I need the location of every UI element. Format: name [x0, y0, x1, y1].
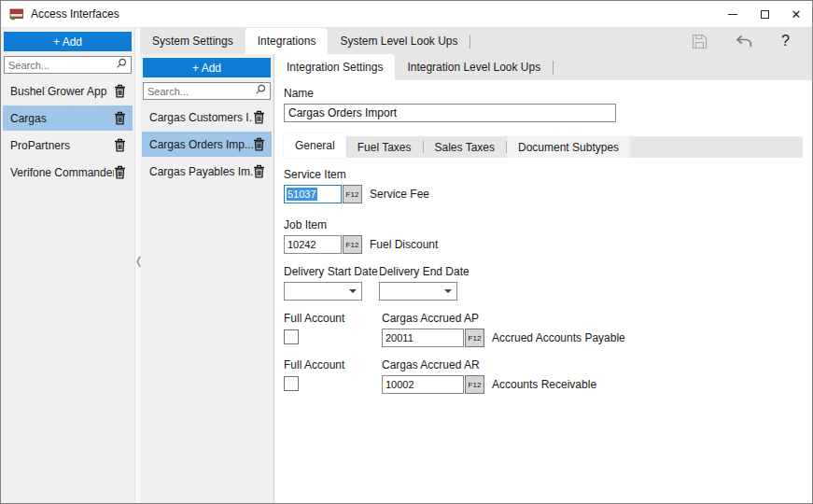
service-item-label: Service Item — [284, 168, 803, 181]
tab-system-settings[interactable]: System Settings — [140, 28, 245, 54]
save-icon[interactable] — [692, 34, 708, 49]
tab-separator — [470, 35, 470, 49]
sidebar-collapse-gutter[interactable]: ❬ — [134, 28, 140, 503]
delivery-dates-row: Delivery Start Date Delivery End Date — [284, 265, 803, 301]
accrued-ap-input[interactable] — [382, 329, 464, 347]
tab-integrations[interactable]: Integrations — [245, 28, 329, 54]
window-title: Access Interfaces — [31, 7, 119, 21]
integrations-panel: + Add Cargas Customers I... — [140, 54, 273, 503]
help-button[interactable]: ? — [781, 33, 790, 49]
job-item-lookup-button[interactable]: F12 — [343, 235, 362, 254]
delivery-start-date-dropdown[interactable] — [284, 282, 362, 301]
list-item-label: Bushel Grower App — [10, 85, 114, 98]
app-body: + Add Bushel Grower App — [1, 27, 812, 503]
list-item-label: Verifone Commander — [10, 166, 114, 179]
delivery-start-date-label: Delivery Start Date — [284, 265, 379, 278]
tab-system-level-look-ups[interactable]: System Level Look Ups — [328, 28, 470, 54]
interfaces-search-input[interactable] — [8, 60, 116, 71]
name-input[interactable] — [284, 104, 616, 122]
accrued-ar-label: Cargas Accrued AR — [382, 358, 803, 371]
tab-integration-settings[interactable]: Integration Settings — [274, 54, 395, 80]
accrued-ar-description: Accounts Receivable — [492, 378, 596, 391]
maximize-icon — [761, 10, 769, 19]
delivery-end-date-dropdown[interactable] — [379, 282, 457, 301]
close-button[interactable]: ✕ — [780, 1, 812, 27]
tab-separator — [553, 61, 554, 75]
list-item-propartners[interactable]: ProPartners — [3, 133, 133, 158]
full-account-label: Full Account — [284, 358, 382, 371]
accrued-ar-group: Full Account Cargas Accrued AR F12 Accou… — [284, 358, 803, 394]
minimize-button[interactable] — [717, 1, 749, 27]
trash-icon[interactable] — [114, 84, 127, 99]
list-item-label: Cargas Orders Imp... — [149, 138, 253, 151]
accrued-ar-lookup-button[interactable]: F12 — [465, 375, 484, 394]
list-item-cargas-orders[interactable]: Cargas Orders Imp... — [142, 132, 272, 157]
search-icon — [116, 58, 127, 72]
accrued-ap-group: Full Account Cargas Accrued AP F12 Accru… — [284, 312, 803, 347]
job-item-description: Fuel Discount — [370, 238, 438, 251]
search-icon — [255, 84, 266, 98]
list-item-label: Cargas Payables Im... — [149, 165, 253, 178]
accrued-ap-lookup-button[interactable]: F12 — [465, 329, 484, 347]
service-item-row: 51037 F12 Service Fee — [284, 185, 803, 203]
name-label: Name — [284, 87, 803, 100]
app-window: Access Interfaces ✕ + Add Bushel Grower … — [0, 0, 813, 504]
integration-settings-content: Name General Fuel Taxes Sales Taxes Docu… — [274, 80, 812, 503]
add-integration-button[interactable]: + Add — [143, 58, 271, 77]
list-item-label: Cargas Customers I... — [149, 111, 253, 124]
toolbar: ? — [692, 28, 812, 54]
detail-tab-strip: Integration Settings Integration Level L… — [274, 54, 812, 80]
job-item-input[interactable] — [284, 235, 342, 254]
chevron-down-icon — [444, 289, 452, 293]
close-icon: ✕ — [792, 7, 802, 21]
tab-general[interactable]: General — [284, 133, 346, 158]
list-item-label: ProPartners — [10, 139, 114, 152]
trash-icon[interactable] — [253, 164, 266, 179]
minimize-icon — [728, 14, 737, 15]
integrations-search-input[interactable] — [147, 86, 255, 97]
tab-sales-taxes[interactable]: Sales Taxes — [424, 136, 506, 158]
full-account-checkbox[interactable] — [284, 376, 299, 391]
service-item-lookup-button[interactable]: F12 — [343, 185, 362, 203]
full-account-checkbox[interactable] — [284, 329, 299, 344]
delivery-end-date-label: Delivery End Date — [379, 265, 482, 278]
accrued-ar-row: F12 Accounts Receivable — [382, 375, 803, 394]
tab-document-subtypes[interactable]: Document Subtypes — [507, 136, 630, 158]
list-item-cargas[interactable]: Cargas — [3, 105, 133, 131]
general-form: Service Item 51037 F12 Service Fee Job I… — [284, 158, 803, 394]
app-icon — [9, 7, 24, 21]
trash-icon[interactable] — [114, 165, 127, 180]
add-interface-button[interactable]: + Add — [4, 32, 132, 51]
integrations-search[interactable] — [143, 82, 271, 100]
chevron-down-icon — [349, 289, 357, 293]
window-controls: ✕ — [717, 1, 812, 27]
trash-icon[interactable] — [253, 110, 266, 125]
service-item-input[interactable]: 51037 — [284, 185, 342, 203]
list-item-cargas-payables[interactable]: Cargas Payables Im... — [142, 159, 272, 184]
collapse-chevron-icon[interactable]: ❬ — [134, 255, 143, 267]
tab-integration-level-look-ups[interactable]: Integration Level Look Ups — [395, 54, 553, 80]
section-tab-strip: General Fuel Taxes Sales Taxes Document … — [284, 136, 803, 158]
accrued-ar-input[interactable] — [382, 375, 464, 394]
maximize-button[interactable] — [749, 1, 780, 27]
lower-region: + Add Cargas Customers I... — [140, 54, 812, 503]
main-tab-strip: System Settings Integrations System Leve… — [140, 28, 812, 54]
right-region: System Settings Integrations System Leve… — [140, 28, 812, 503]
list-item-bushel-grower-app[interactable]: Bushel Grower App — [3, 78, 133, 104]
job-item-label: Job Item — [284, 218, 803, 231]
full-account-label: Full Account — [284, 312, 382, 325]
job-item-row: F12 Fuel Discount — [284, 235, 803, 254]
title-bar: Access Interfaces ✕ — [1, 1, 812, 27]
undo-icon[interactable] — [736, 35, 753, 49]
interfaces-search[interactable] — [4, 56, 132, 74]
interfaces-list: Bushel Grower App Cargas — [3, 78, 133, 500]
trash-icon[interactable] — [114, 138, 127, 153]
trash-icon[interactable] — [253, 137, 266, 152]
tab-fuel-taxes[interactable]: Fuel Taxes — [346, 136, 423, 158]
list-item-cargas-customers[interactable]: Cargas Customers I... — [142, 105, 272, 130]
list-item-verifone-commander[interactable]: Verifone Commander — [3, 160, 133, 185]
accrued-ap-description: Accrued Accounts Payable — [492, 331, 625, 344]
detail-area: Integration Settings Integration Level L… — [273, 54, 812, 503]
accrued-ap-row: F12 Accrued Accounts Payable — [382, 329, 803, 347]
trash-icon[interactable] — [114, 111, 127, 126]
